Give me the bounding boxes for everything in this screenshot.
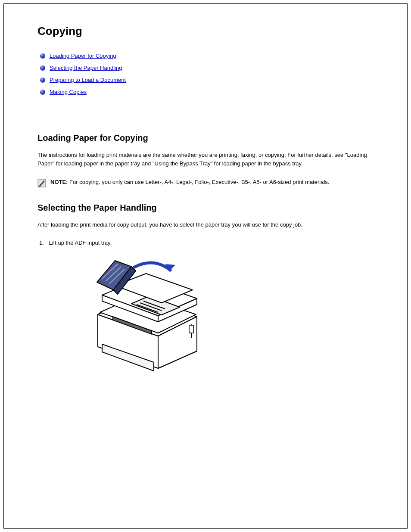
toc-list: Loading Paper for Copying Selecting the … [40, 50, 374, 98]
toc-link-making-copies[interactable]: Making Copies [50, 86, 87, 98]
bullet-icon [40, 53, 45, 59]
svg-rect-22 [189, 325, 193, 333]
section-heading-loading-paper: Loading Paper for Copying [37, 133, 374, 143]
bullet-icon [40, 65, 45, 71]
note-body: For copying, you only can use Letter-, A… [69, 179, 329, 185]
page-title: Copying [37, 25, 374, 38]
divider [37, 120, 374, 120]
step-1: 1. Lift up the ADF input tray. [39, 240, 374, 246]
printer-illustration [89, 252, 201, 377]
note-text: NOTE: For copying, you only can use Lett… [50, 178, 329, 187]
toc-item-loading-paper: Loading Paper for Copying [40, 50, 374, 62]
bullet-icon [40, 90, 45, 95]
toc-item-prepare-load: Preparing to Load a Document [40, 74, 374, 86]
toc-item-paper-handling: Selecting the Paper Handling [40, 62, 374, 74]
step-text: Lift up the ADF input tray. [49, 240, 112, 246]
toc-link-paper-handling[interactable]: Selecting the Paper Handling [50, 62, 122, 74]
section2-paragraph: After loading the print media for copy o… [37, 221, 374, 229]
toc-item-making-copies: Making Copies [40, 86, 374, 98]
note-block: NOTE: For copying, you only can use Lett… [37, 178, 374, 187]
section-heading-paper-handling: Selecting the Paper Handling [37, 203, 374, 213]
toc-link-loading-paper[interactable]: Loading Paper for Copying [50, 50, 116, 62]
toc-link-prepare-load[interactable]: Preparing to Load a Document [50, 74, 126, 86]
bullet-icon [40, 78, 45, 83]
section1-paragraph: The instructions for loading print mater… [37, 151, 374, 168]
step-number: 1. [39, 240, 44, 246]
note-icon [37, 179, 46, 187]
